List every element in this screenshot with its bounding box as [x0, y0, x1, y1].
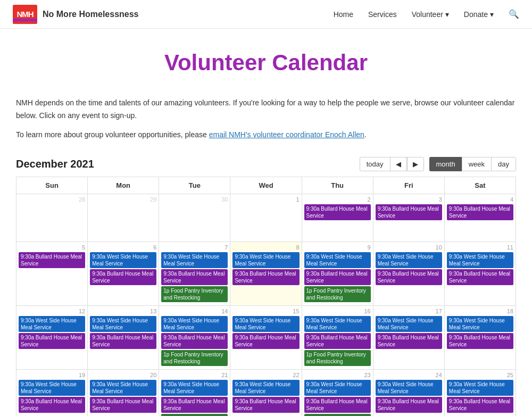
event-bullard[interactable]: 9:30a Bullard House Meal Service	[304, 333, 371, 349]
event-bullard[interactable]: 9:30a Bullard House Meal Service	[90, 397, 156, 413]
today-button[interactable]: today	[360, 157, 390, 171]
cell-dec17: 17 9:30a West Side House Meal Service 9:…	[373, 306, 444, 370]
event-westside[interactable]: 9:30a West Side House Meal Service	[376, 380, 442, 396]
event-bullard[interactable]: 9:30a Bullard House Meal Service	[376, 397, 442, 413]
event-westside[interactable]: 9:30a West Side House Meal Service	[90, 252, 156, 268]
cell-dec3: 3 9:30a Bullard House Meal Service	[373, 194, 444, 242]
event-bullard[interactable]: 9:30a Bullard House Meal Service	[304, 204, 371, 220]
calendar-header: December 2021 today ◀ ▶ month week day	[16, 157, 516, 171]
cell-dec13: 13 9:30a West Side House Meal Service 9:…	[88, 306, 159, 370]
col-wed: Wed	[230, 177, 302, 194]
view-buttons: month week day	[429, 157, 516, 171]
nav-services[interactable]: Services	[368, 10, 397, 19]
event-westside[interactable]: 9:30a West Side House Meal Service	[90, 380, 156, 396]
day-number: 4	[447, 196, 513, 203]
day-view-button[interactable]: day	[491, 157, 516, 171]
event-westside[interactable]: 9:30a West Side House Meal Service	[447, 316, 513, 332]
day-number: 18	[447, 308, 513, 314]
event-bullard[interactable]: 9:30a Bullard House Meal Service	[447, 204, 513, 220]
event-bullard[interactable]: 9:30a Bullard House Meal Service	[232, 397, 299, 413]
page-description: NMH depends on the time and talents of o…	[16, 97, 516, 141]
day-number: 2	[304, 196, 371, 203]
event-westside[interactable]: 9:30a West Side House Meal Service	[232, 316, 299, 332]
day-number: 1	[232, 196, 299, 203]
day-number: 7	[161, 244, 228, 251]
event-bullard[interactable]: 9:30a Bullard House Meal Service	[376, 269, 442, 285]
event-bullard[interactable]: 9:30a Bullard House Meal Service	[376, 204, 442, 220]
cell-dec16: 16 9:30a West Side House Meal Service 9:…	[302, 306, 373, 370]
event-westside[interactable]: 9:30a West Side House Meal Service	[232, 380, 299, 396]
event-food-pantry[interactable]: 1p Food Pantry Inventory and Restocking	[304, 286, 371, 302]
event-westside[interactable]: 9:30a West Side House Meal Service	[304, 252, 371, 268]
event-westside[interactable]: 9:30a West Side House Meal Service	[304, 380, 371, 396]
event-bullard[interactable]: 9:30a Bullard House Meal Service	[161, 397, 228, 413]
month-view-button[interactable]: month	[429, 157, 462, 171]
nav-donate[interactable]: Donate ▾	[464, 10, 494, 19]
nav-volunteer[interactable]: Volunteer ▾	[412, 10, 449, 19]
event-food-pantry[interactable]: 1p Food Pantry Inventory and Restocking	[304, 350, 371, 366]
day-number: 24	[376, 372, 442, 378]
cell-nov29: 29	[88, 194, 159, 242]
event-westside[interactable]: 9:30a West Side House Meal Service	[90, 316, 156, 332]
day-number: 23	[304, 372, 371, 378]
coordinator-email-link[interactable]: email NMH's volunteer coordinator Enoch …	[209, 130, 364, 139]
day-number: 13	[90, 308, 156, 314]
event-westside[interactable]: 9:30a West Side House Meal Service	[304, 316, 371, 332]
event-food-pantry[interactable]: 1p Food Pantry Inventory and Restocking	[304, 414, 371, 416]
event-bullard[interactable]: 9:30a Bullard House Meal Service	[161, 269, 228, 285]
event-bullard[interactable]: 9:30a Bullard House Meal Service	[304, 397, 371, 413]
day-number: 28	[19, 196, 85, 203]
event-bullard[interactable]: 9:30a Bullard House Meal Service	[90, 333, 156, 349]
col-mon: Mon	[88, 177, 159, 194]
event-bullard[interactable]: 9:30a Bullard House Meal Service	[447, 397, 513, 413]
event-bullard[interactable]: 9:30a Bullard House Meal Service	[304, 269, 371, 285]
event-westside[interactable]: 9:30a West Side House Meal Service	[447, 252, 513, 268]
day-number: 22	[232, 372, 299, 378]
event-bullard[interactable]: 9:30a Bullard House Meal Service	[19, 333, 85, 349]
week-view-button[interactable]: week	[462, 157, 491, 171]
event-bullard[interactable]: 9:30a Bullard House Meal Service	[447, 333, 513, 349]
event-food-pantry[interactable]: 1p Food Pantry Inventory and Restocking	[161, 286, 228, 302]
search-icon[interactable]: 🔍	[509, 9, 519, 19]
day-number: 30	[161, 196, 228, 203]
day-number: 10	[376, 244, 442, 251]
event-bullard[interactable]: 9:30a Bullard House Meal Service	[232, 333, 299, 349]
cell-dec4: 4 9:30a Bullard House Meal Service	[444, 194, 516, 242]
cell-dec21: 21 9:30a West Side House Meal Service 9:…	[159, 370, 230, 416]
cell-dec5: 5 9:30a Bullard House Meal Service	[16, 242, 88, 306]
event-bullard[interactable]: 9:30a Bullard House Meal Service	[90, 269, 156, 285]
event-westside[interactable]: 9:30a West Side House Meal Service	[447, 380, 513, 396]
day-number: 29	[90, 196, 156, 203]
cell-dec19: 19 9:30a West Side House Meal Service 9:…	[16, 370, 88, 416]
event-westside[interactable]: 9:30a West Side House Meal Service	[161, 316, 228, 332]
col-fri: Fri	[373, 177, 444, 194]
cell-dec15: 15 9:30a West Side House Meal Service 9:…	[230, 306, 302, 370]
event-food-pantry[interactable]: 1p Food Pantry Inventory and Restocking	[161, 414, 228, 416]
desc-text-2: To learn more about group volunteer oppo…	[16, 130, 207, 139]
event-bullard[interactable]: 9:30a Bullard House Meal Service	[447, 269, 513, 285]
event-westside[interactable]: 9:30a West Side House Meal Service	[232, 252, 299, 268]
col-tue: Tue	[159, 177, 230, 194]
logo: NMH	[13, 5, 37, 24]
cell-dec20: 20 9:30a West Side House Meal Service 9:…	[88, 370, 159, 416]
day-number: 19	[19, 372, 85, 378]
event-westside[interactable]: 9:30a West Side House Meal Service	[376, 252, 442, 268]
cell-dec25: 25 9:30a West Side House Meal Service 9:…	[444, 370, 516, 416]
cell-dec9: 9 9:30a West Side House Meal Service 9:3…	[302, 242, 373, 306]
event-bullard[interactable]: 9:30a Bullard House Meal Service	[161, 333, 228, 349]
prev-button[interactable]: ◀	[390, 157, 407, 171]
calendar-month-title: December 2021	[16, 158, 94, 170]
event-westside[interactable]: 9:30a West Side House Meal Service	[19, 316, 85, 332]
event-westside[interactable]: 9:30a West Side House Meal Service	[161, 380, 228, 396]
nav-home[interactable]: Home	[334, 10, 353, 19]
event-bullard[interactable]: 9:30a Bullard House Meal Service	[376, 333, 442, 349]
event-westside[interactable]: 9:30a West Side House Meal Service	[161, 252, 228, 268]
cell-dec23: 23 9:30a West Side House Meal Service 9:…	[302, 370, 373, 416]
event-westside[interactable]: 9:30a West Side House Meal Service	[19, 380, 85, 396]
event-bullard[interactable]: 9:30a Bullard House Meal Service	[232, 269, 299, 285]
next-button[interactable]: ▶	[407, 157, 424, 171]
event-bullard[interactable]: 9:30a Bullard House Meal Service	[19, 252, 85, 268]
event-bullard[interactable]: 9:30a Bullard House Meal Service	[19, 397, 85, 413]
event-food-pantry[interactable]: 1p Food Pantry Inventory and Restocking	[161, 350, 228, 366]
event-westside[interactable]: 9:30a West Side House Meal Service	[376, 316, 442, 332]
